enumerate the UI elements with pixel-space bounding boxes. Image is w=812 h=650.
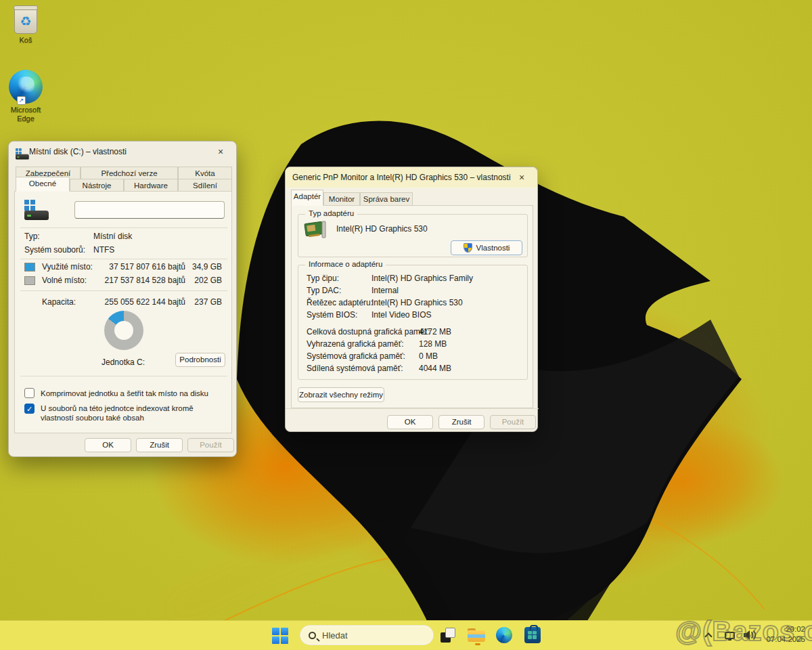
filesystem-value: NTFS xyxy=(93,245,114,255)
disk-title-icon xyxy=(16,148,23,155)
disk-general-page: Typ: Místní disk Systém souborů: NTFS Vy… xyxy=(14,191,232,433)
disk-cancel-button[interactable]: Zrušit xyxy=(136,438,183,452)
clock-time: 20:02 xyxy=(766,624,805,634)
show-all-modes-button[interactable]: Zobrazit všechny režimy xyxy=(298,387,384,402)
used-space-swatch xyxy=(24,263,35,272)
uac-shield-icon xyxy=(464,243,472,253)
task-view-button[interactable] xyxy=(438,626,457,645)
search-placeholder: Hledat xyxy=(322,630,348,641)
tab-hardware[interactable]: Hardware xyxy=(124,179,178,192)
file-explorer-icon xyxy=(468,628,485,642)
info-row-label: Řetězec adaptéru: xyxy=(307,298,373,307)
windows-logo-icon xyxy=(272,628,288,644)
microsoft-store-icon xyxy=(524,627,541,643)
volume-network-tray-button[interactable] xyxy=(740,627,759,643)
memory-row-value: 4172 MB xyxy=(419,327,451,337)
running-app-indicator xyxy=(475,643,480,645)
used-space-bytes: 37 517 807 616 bajtů xyxy=(89,262,185,272)
index-checkbox-label[interactable]: U souborů na této jednotce indexovat kro… xyxy=(41,404,225,422)
clock[interactable]: 20:02 07.04.2025 xyxy=(766,624,805,645)
desktop-icon-recycle-bin[interactable]: ♻ Koš xyxy=(0,7,51,45)
chevron-up-icon xyxy=(704,632,712,640)
disk-dialog-title: Místní disk (C:) – vlastnosti xyxy=(29,147,212,156)
info-row-label: Typ DAC: xyxy=(307,286,341,295)
drive-caption: Jednotka C: xyxy=(89,358,157,367)
adapter-type-group: Typ adaptéru Intel(R) HD Graphics 530 Vl… xyxy=(298,214,528,257)
display-tray-button[interactable] xyxy=(721,627,738,643)
memory-row-value: 128 MB xyxy=(419,339,447,349)
tab-obecne[interactable]: Obecné xyxy=(16,177,70,192)
search-box[interactable]: Hledat xyxy=(300,625,434,645)
adapter-type-group-title: Typ adaptéru xyxy=(305,209,357,217)
edge-taskbar-button[interactable] xyxy=(495,626,514,645)
memory-row-value: 4044 MB xyxy=(419,364,451,373)
free-space-gb: 202 GB xyxy=(187,276,222,285)
adapter-info-group-title: Informace o adaptéru xyxy=(305,260,386,268)
details-button[interactable]: Podrobnosti xyxy=(175,353,225,367)
disk-usage-donut-chart xyxy=(104,311,143,350)
used-space-gb: 34,9 GB xyxy=(187,262,222,272)
tab-predchozi-verze[interactable]: Předchozí verze xyxy=(81,167,178,179)
info-row-value: Intel Video BIOS xyxy=(371,310,432,320)
close-icon[interactable]: × xyxy=(513,170,531,185)
compress-checkbox[interactable] xyxy=(24,388,35,398)
close-icon[interactable]: × xyxy=(212,144,229,159)
adapter-name: Intel(R) HD Graphics 530 xyxy=(336,224,428,234)
adapter-ok-button[interactable]: OK xyxy=(387,415,433,429)
disk-dialog-titlebar[interactable]: Místní disk (C:) – vlastnosti × xyxy=(9,142,236,162)
adapter-properties-dialog: Generic PnP Monitor a Intel(R) HD Graphi… xyxy=(285,167,538,432)
edge-icon: ↗ xyxy=(9,70,43,104)
volume-label-input[interactable] xyxy=(74,201,225,219)
adapter-info-group: Informace o adaptéru Typ čipu: Intel(R) … xyxy=(298,265,528,380)
memory-row-value: 0 MB xyxy=(419,351,438,361)
free-space-swatch xyxy=(24,276,35,285)
info-row-value: Intel(R) HD Graphics 530 xyxy=(371,298,463,307)
free-space-bytes: 217 537 814 528 bajtů xyxy=(89,276,185,285)
tab-adapter[interactable]: Adaptér xyxy=(291,190,323,206)
filesystem-label: Systém souborů: xyxy=(24,245,85,255)
task-view-icon xyxy=(441,628,455,643)
type-value: Místní disk xyxy=(93,232,132,241)
compress-checkbox-label[interactable]: Komprimovat jednotku a šetřit tak místo … xyxy=(41,389,227,398)
edge-label-line1: Microsoft xyxy=(0,106,51,114)
free-space-label: Volné místo: xyxy=(42,276,87,285)
capacity-label: Kapacita: xyxy=(42,297,76,307)
memory-row-label: Sdílená systémová paměť: xyxy=(307,364,403,373)
clock-date: 07.04.2025 xyxy=(766,634,805,645)
start-button[interactable] xyxy=(271,626,290,645)
adapter-apply-button[interactable]: Použít xyxy=(490,415,536,429)
info-row-label: Systém BIOS: xyxy=(307,310,357,320)
adapter-properties-button[interactable]: Vlastnosti xyxy=(451,240,522,255)
index-checkbox[interactable]: ✓ xyxy=(24,404,35,414)
store-button[interactable] xyxy=(523,626,542,645)
memory-row-label: Celková dostupná grafická paměť: xyxy=(307,327,430,337)
tab-kvota[interactable]: Kvóta xyxy=(178,167,232,179)
desktop-icon-edge[interactable]: ↗ Microsoft Edge xyxy=(0,70,51,123)
capacity-bytes: 255 055 622 144 bajtů xyxy=(89,297,185,307)
memory-row-label: Systémová grafická paměť: xyxy=(307,351,405,361)
info-row-label: Typ čipu: xyxy=(307,274,339,283)
shortcut-arrow-icon: ↗ xyxy=(17,96,26,105)
tab-sdileni[interactable]: Sdílení xyxy=(178,179,232,192)
tab-sprava-barev[interactable]: Správa barev xyxy=(360,192,413,206)
edge-label-line2: Edge xyxy=(0,114,51,123)
recycle-bin-icon: ♻ xyxy=(14,7,37,34)
tab-monitor[interactable]: Monitor xyxy=(323,192,360,206)
disk-apply-button[interactable]: Použít xyxy=(187,438,234,452)
disk-properties-dialog: Místní disk (C:) – vlastnosti × Zabezpeč… xyxy=(8,141,237,457)
info-row-value: Intel(R) HD Graphics Family xyxy=(371,274,473,283)
monitor-icon xyxy=(725,632,735,639)
capacity-gb: 237 GB xyxy=(187,297,222,307)
adapter-cancel-button[interactable]: Zrušit xyxy=(438,415,484,429)
recycle-bin-label: Koš xyxy=(0,36,51,45)
speaker-icon xyxy=(743,630,757,641)
disk-ok-button[interactable]: OK xyxy=(85,438,131,452)
file-explorer-button[interactable] xyxy=(467,626,486,645)
used-space-label: Využité místo: xyxy=(42,262,93,272)
hidden-icons-button[interactable] xyxy=(701,627,716,643)
adapter-dialog-titlebar[interactable]: Generic PnP Monitor a Intel(R) HD Graphi… xyxy=(286,167,537,188)
tab-nastroje[interactable]: Nástroje xyxy=(70,179,124,192)
graphics-card-icon xyxy=(304,220,328,240)
adapter-dialog-title: Generic PnP Monitor a Intel(R) HD Graphi… xyxy=(292,173,513,182)
type-label: Typ: xyxy=(24,232,40,241)
